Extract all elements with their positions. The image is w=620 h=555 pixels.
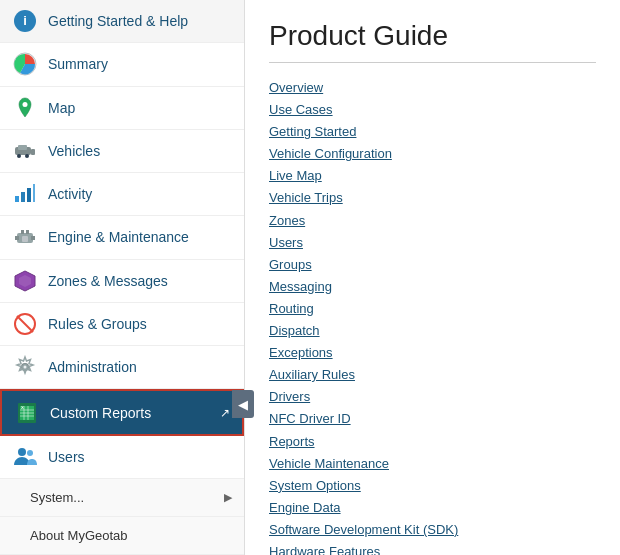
submenu-label: System... xyxy=(30,490,224,505)
page-title: Product Guide xyxy=(269,20,596,52)
sidebar-item-getting-started[interactable]: i Getting Started & Help xyxy=(0,0,244,43)
map-icon xyxy=(12,95,38,121)
svg-rect-14 xyxy=(15,236,19,240)
main-content: Product Guide OverviewUse CasesGetting S… xyxy=(245,0,620,555)
toc-link[interactable]: Engine Data xyxy=(269,497,596,519)
help-icon: i xyxy=(12,8,38,34)
sidebar-item-label: Users xyxy=(48,449,232,465)
sidebar-item-map[interactable]: Map xyxy=(0,87,244,130)
toc-link[interactable]: Auxiliary Rules xyxy=(269,364,596,386)
users-icon xyxy=(12,444,38,470)
svg-point-35 xyxy=(27,450,33,456)
vehicles-icon xyxy=(12,138,38,164)
toc-link[interactable]: Users xyxy=(269,232,596,254)
sidebar-item-users[interactable]: Users xyxy=(0,436,244,479)
svg-point-3 xyxy=(23,102,28,107)
toc-link[interactable]: Dispatch xyxy=(269,320,596,342)
svg-line-22 xyxy=(17,316,33,332)
toc-link[interactable]: Vehicle Trips xyxy=(269,187,596,209)
sidebar-item-summary[interactable]: Summary xyxy=(0,43,244,86)
toc-link[interactable]: Live Map xyxy=(269,165,596,187)
toc-link[interactable]: Getting Started xyxy=(269,121,596,143)
admin-icon xyxy=(12,354,38,380)
rules-icon xyxy=(12,311,38,337)
submenu-item-system[interactable]: System... ▶ xyxy=(0,479,244,517)
activity-icon xyxy=(12,181,38,207)
toc-link[interactable]: Routing xyxy=(269,298,596,320)
toc-link[interactable]: NFC Driver ID xyxy=(269,408,596,430)
title-divider xyxy=(269,62,596,63)
svg-point-34 xyxy=(18,448,26,456)
svg-rect-6 xyxy=(31,149,35,155)
toc-link[interactable]: Groups xyxy=(269,254,596,276)
external-link-icon: ↗ xyxy=(220,406,230,420)
sidebar-item-zones[interactable]: Zones & Messages xyxy=(0,260,244,303)
submenu-item-about[interactable]: About MyGeotab xyxy=(0,517,244,555)
svg-rect-11 xyxy=(27,188,31,202)
toc-link[interactable]: Messaging xyxy=(269,276,596,298)
svg-rect-5 xyxy=(18,145,27,150)
svg-point-25 xyxy=(24,366,27,369)
sidebar-item-custom-reports[interactable]: X Custom Reports ↗ xyxy=(0,389,244,435)
svg-rect-12 xyxy=(33,184,35,202)
sidebar-item-label: Getting Started & Help xyxy=(48,13,232,29)
submenu-label: About MyGeotab xyxy=(30,528,232,543)
toc-link[interactable]: Reports xyxy=(269,431,596,453)
zones-icon xyxy=(12,268,38,294)
sidebar-item-engine[interactable]: Engine & Maintenance xyxy=(0,216,244,259)
summary-icon xyxy=(12,51,38,77)
chevron-right-icon: ▶ xyxy=(224,491,232,504)
custom-reports-icon: X xyxy=(14,400,40,426)
svg-rect-16 xyxy=(21,230,24,234)
sidebar-item-administration[interactable]: Administration xyxy=(0,346,244,389)
sidebar-item-label: Administration xyxy=(48,359,232,375)
sidebar-item-rules[interactable]: Rules & Groups xyxy=(0,303,244,346)
svg-rect-17 xyxy=(26,230,29,234)
svg-point-8 xyxy=(25,154,29,158)
toc-link[interactable]: Overview xyxy=(269,77,596,99)
svg-point-7 xyxy=(17,154,21,158)
sidebar-collapse-button[interactable]: ◀ xyxy=(232,390,254,418)
sidebar-item-label: Map xyxy=(48,100,232,116)
toc-link[interactable]: Zones xyxy=(269,210,596,232)
svg-rect-15 xyxy=(31,236,35,240)
toc-link[interactable]: Use Cases xyxy=(269,99,596,121)
toc-link[interactable]: Hardware Features xyxy=(269,541,596,555)
toc-link[interactable]: System Options xyxy=(269,475,596,497)
svg-text:i: i xyxy=(23,13,27,28)
sidebar-item-label: Vehicles xyxy=(48,143,232,159)
sidebar-item-label: Engine & Maintenance xyxy=(48,229,232,245)
svg-text:X: X xyxy=(21,405,24,410)
sidebar-item-label: Rules & Groups xyxy=(48,316,232,332)
svg-rect-18 xyxy=(22,236,28,242)
sidebar-item-label: Zones & Messages xyxy=(48,273,232,289)
sidebar-item-activity[interactable]: Activity xyxy=(0,173,244,216)
sidebar-item-label: Summary xyxy=(48,56,232,72)
toc-link[interactable]: Software Development Kit (SDK) xyxy=(269,519,596,541)
svg-rect-10 xyxy=(21,192,25,202)
engine-icon xyxy=(12,224,38,250)
sidebar-item-label: Activity xyxy=(48,186,232,202)
toc-link[interactable]: Vehicle Configuration xyxy=(269,143,596,165)
sidebar: i Getting Started & Help Summary xyxy=(0,0,245,555)
toc-link[interactable]: Vehicle Maintenance xyxy=(269,453,596,475)
toc-link[interactable]: Drivers xyxy=(269,386,596,408)
svg-rect-9 xyxy=(15,196,19,202)
toc-list: OverviewUse CasesGetting StartedVehicle … xyxy=(269,77,596,555)
sidebar-item-vehicles[interactable]: Vehicles xyxy=(0,130,244,173)
sidebar-item-label: Custom Reports xyxy=(50,405,216,421)
toc-link[interactable]: Exceptions xyxy=(269,342,596,364)
